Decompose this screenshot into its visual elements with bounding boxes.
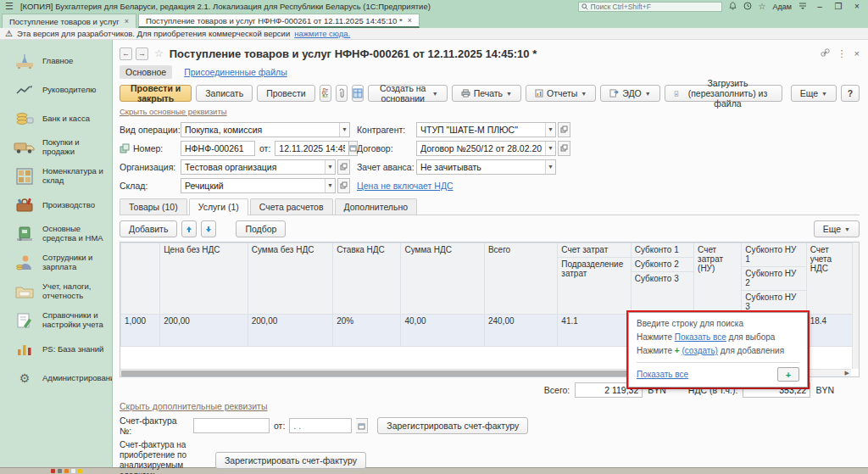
cell-qty[interactable]: 1,000 — [121, 315, 160, 347]
search-input[interactable] — [591, 3, 718, 11]
register-invoice-button[interactable]: Зарегистрировать счет-фактуру — [377, 417, 528, 434]
sidebar-item-knowledge-base[interactable]: PS: База знаний — [0, 335, 112, 364]
open-contract-icon[interactable] — [558, 141, 570, 156]
forward-icon[interactable]: → — [136, 47, 148, 60]
tab-list-receipts[interactable]: Поступление товаров и услуг × — [2, 14, 136, 28]
tab-document-receipt[interactable]: Поступление товаров и услуг НФНФ-000261 … — [138, 14, 420, 28]
chevron-down-icon[interactable]: ▼ — [545, 123, 555, 137]
show-all-footer-link[interactable]: Показать все — [637, 370, 688, 379]
cell-vat-account[interactable]: 18.4 — [806, 315, 853, 347]
date-field[interactable] — [275, 141, 349, 156]
move-down-button[interactable] — [201, 220, 216, 237]
pick-button[interactable]: Подбор — [236, 220, 286, 237]
operation-value[interactable] — [181, 123, 339, 137]
eschf-button[interactable] — [352, 85, 364, 102]
main-menu-icon[interactable]: ☰ — [5, 1, 14, 12]
notifications-bell-icon[interactable] — [729, 2, 737, 12]
sidebar-item-administration[interactable]: ⚙ Администрирование — [0, 364, 112, 393]
chevron-down-icon[interactable]: ▼ — [325, 179, 335, 192]
taskbar-icon[interactable] — [58, 469, 62, 473]
close-tab-icon[interactable]: × — [408, 16, 412, 25]
create-plus-button[interactable]: + — [777, 367, 799, 382]
organization-value[interactable] — [181, 160, 325, 174]
advance-select[interactable]: ▼ — [416, 159, 556, 175]
invoice-number-field[interactable] — [193, 418, 270, 433]
operation-select[interactable]: ▼ — [181, 122, 350, 137]
favorite-star-icon[interactable]: ☆ — [154, 47, 164, 59]
grid-more-button[interactable]: Еще▼ — [814, 220, 860, 237]
cell-sum[interactable]: 200,00 — [248, 315, 332, 347]
restore-button[interactable]: ❐ — [832, 2, 844, 11]
add-row-button[interactable]: Добавить — [120, 220, 177, 237]
edo-button[interactable]: ЭДО▼ — [600, 85, 659, 102]
nav-main[interactable]: Основное — [120, 65, 172, 79]
contractor-value[interactable] — [417, 123, 545, 137]
contract-value[interactable] — [417, 142, 545, 155]
chevron-down-icon[interactable]: ▼ — [339, 123, 349, 137]
warehouse-value[interactable] — [181, 179, 325, 192]
warehouse-select[interactable]: ▼ — [181, 178, 336, 193]
hide-main-requisites-link[interactable]: Скрыть основные реквизиты — [120, 107, 227, 116]
print-button[interactable]: Печать▼ — [452, 85, 521, 102]
taskbar-icon[interactable] — [71, 469, 75, 473]
tab-services[interactable]: Услуги (1) — [189, 198, 248, 215]
nav-attached-files[interactable]: Присоединенные файлы — [184, 67, 287, 77]
sidebar-item-directories-settings[interactable]: Справочники и настройки учета — [0, 306, 112, 335]
open-organization-icon[interactable] — [337, 159, 350, 175]
help-button[interactable]: ? — [841, 85, 860, 102]
sidebar-item-fixed-assets[interactable]: Основные средства и НМА — [0, 220, 112, 248]
buy-commercial-link[interactable]: нажмите сюда. — [294, 29, 350, 38]
number-field[interactable] — [181, 141, 255, 156]
functions-menu-icon[interactable] — [798, 2, 807, 11]
register-invoice2-button[interactable]: Зарегистрировать счет-фактуру — [215, 452, 366, 469]
load-from-file-button[interactable]: Загрузить (перезаполнить) из файла — [665, 85, 782, 102]
sidebar-item-accounting-reports[interactable]: Учет, налоги, отчетность — [0, 277, 112, 306]
reports-button[interactable]: Отчеты▼ — [526, 85, 596, 102]
more-button[interactable]: Еще▼ — [791, 85, 837, 102]
sidebar-item-bank-cash[interactable]: Банк и касса — [0, 104, 112, 133]
global-search[interactable] — [578, 2, 722, 12]
minimize-button[interactable]: – — [814, 2, 826, 11]
close-window-button[interactable]: × — [851, 2, 863, 11]
taskbar-icon[interactable] — [51, 469, 55, 473]
back-icon[interactable]: ← — [120, 47, 132, 60]
chevron-down-icon[interactable]: ▼ — [545, 160, 555, 174]
sidebar-item-purchases-sales[interactable]: Покупки и продажи — [0, 133, 112, 162]
chevron-down-icon[interactable]: ▼ — [325, 160, 335, 174]
favorites-star-icon[interactable]: ☆ — [759, 3, 766, 11]
close-form-icon[interactable]: × — [854, 48, 860, 59]
contractor-select[interactable]: ▼ — [416, 122, 556, 137]
show-all-link[interactable]: Показать все — [675, 332, 726, 342]
get-link-icon[interactable] — [821, 48, 830, 59]
taskbar-icon[interactable] — [78, 469, 82, 473]
save-button[interactable]: Записать — [196, 85, 253, 102]
dtkt-button[interactable]: ДтКт — [320, 85, 331, 102]
open-contractor-icon[interactable] — [558, 122, 570, 137]
current-user[interactable]: Адам — [773, 3, 792, 11]
create-link[interactable]: (создать) — [682, 346, 718, 355]
contract-select[interactable]: ▼ — [416, 141, 556, 156]
post-and-close-button[interactable]: Провести и закрыть — [120, 85, 192, 102]
move-up-button[interactable] — [181, 220, 197, 237]
sidebar-item-manager[interactable]: Руководителю — [0, 75, 112, 104]
hide-additional-link[interactable]: Скрыть дополнительные реквизиты — [120, 401, 267, 411]
sidebar-item-main[interactable]: Главное — [0, 47, 112, 75]
chevron-down-icon[interactable]: ▼ — [545, 142, 555, 155]
history-icon[interactable] — [743, 2, 752, 12]
advance-value[interactable] — [417, 160, 545, 174]
cell-price[interactable]: 200,00 — [160, 315, 248, 347]
scroll-right-icon[interactable]: ▶ — [845, 370, 851, 376]
calendar-icon[interactable] — [356, 418, 368, 433]
tab-additional[interactable]: Дополнительно — [335, 198, 418, 215]
sidebar-item-production[interactable]: Производство — [0, 191, 112, 220]
sidebar-item-staff-salary[interactable]: Сотрудники и зарплата — [0, 248, 112, 277]
cell-vat-rate[interactable]: 20% — [333, 315, 401, 347]
sidebar-item-stock[interactable]: Номенклатура и склад — [0, 162, 112, 191]
cell-total[interactable]: 240,00 — [484, 315, 557, 347]
organization-select[interactable]: ▼ — [181, 159, 336, 175]
tab-goods[interactable]: Товары (10) — [120, 198, 187, 215]
vertical-scrollbar[interactable] — [852, 243, 859, 369]
price-no-vat-link[interactable]: Цена не включает НДС — [357, 181, 453, 191]
close-tab-icon[interactable]: × — [125, 17, 129, 25]
attachments-button[interactable] — [336, 85, 348, 102]
